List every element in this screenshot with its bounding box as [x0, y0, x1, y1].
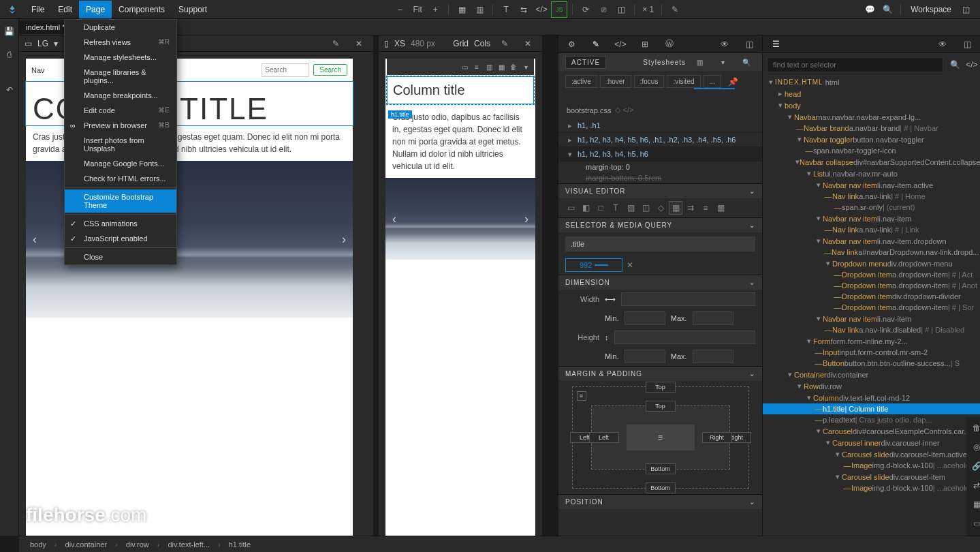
min-input[interactable]	[625, 311, 665, 325]
collapse-icon[interactable]: ⌄	[749, 187, 755, 195]
menu-item[interactable]: Customize Bootstrap Theme	[65, 189, 176, 213]
tree-row[interactable]: —Nav link a.nav-link | # | Home	[763, 191, 980, 202]
tree-row[interactable]: ▾Navbar toggler button.navbar-toggler	[763, 134, 980, 145]
close-icon[interactable]: ✕	[351, 35, 367, 52]
fill-icon[interactable]: ▨	[624, 201, 637, 215]
arrows-icon[interactable]: ⇄	[968, 477, 980, 493]
padding-left-input[interactable]	[589, 432, 619, 443]
padding-bottom-input[interactable]	[646, 463, 676, 474]
search-icon[interactable]: 🔍	[738, 54, 755, 70]
css-rule[interactable]: ▸h1, h2, h3, h4, h5, h6, .h1, .h2, .h3, …	[558, 133, 762, 147]
menu-item[interactable]: Manage Google Fonts...	[65, 156, 176, 171]
chat-icon[interactable]: 💬	[862, 1, 878, 18]
settings-icon[interactable]: ⚙	[563, 36, 580, 52]
menu-item[interactable]: CSS animations✓	[65, 216, 176, 231]
layout3-icon[interactable]: □	[594, 201, 607, 215]
layout2-icon[interactable]: ◧	[579, 201, 592, 215]
tree-row[interactable]: ▾Container div.container	[763, 369, 980, 380]
tree-row[interactable]: ▾Dropdown menu div.dropdown-menu	[763, 258, 980, 269]
collapse-icon[interactable]: ⌄	[749, 279, 755, 286]
tree-row[interactable]: ▾Navbar nav item li.nav-item.dropdown	[763, 235, 980, 247]
tree-row[interactable]: ▾List ul.navbar-nav.mr-auto	[763, 168, 980, 179]
tree-row[interactable]: —Dropdown item div.dropdown-divider	[763, 291, 980, 302]
css-rule[interactable]: ▸h1, .h1	[558, 119, 762, 133]
code-icon[interactable]: </>	[533, 1, 550, 18]
trash-icon[interactable]: 🗑	[508, 61, 519, 72]
menu-item[interactable]: Manage libraries & plugins...	[65, 65, 176, 88]
tree-row[interactable]: ▾Row div.row	[763, 380, 980, 392]
tree-row[interactable]: ▾Column div.text-left.col-md-12	[763, 392, 980, 403]
link-icon[interactable]: ≡	[577, 391, 586, 401]
tree-row[interactable]: —Input input.form-control.mr-sm-2	[763, 347, 980, 358]
chevron-down-icon[interactable]: ▾	[767, 78, 775, 87]
device-icon[interactable]: ⎚	[595, 1, 612, 18]
dimension-header[interactable]: DIMENSION	[565, 279, 610, 286]
carousel-prev-icon[interactable]: ‹	[33, 232, 37, 247]
menu-item[interactable]: JavaScript enabled✓	[65, 231, 176, 246]
menu-item[interactable]: Refresh views⌘R	[65, 35, 176, 50]
col-icon[interactable]: ▥	[484, 61, 494, 72]
pseudo-focus[interactable]: :focus	[634, 75, 665, 88]
panel-icon[interactable]: ◫	[959, 36, 975, 52]
tree-row[interactable]: ▾Navbar nav item li.nav-item.active	[763, 179, 980, 191]
tree-row[interactable]: ▾Carousel inner div.carousel-inner	[763, 437, 980, 448]
text-icon[interactable]: T	[609, 201, 622, 215]
eye-icon[interactable]: 👁	[716, 36, 733, 52]
selector-header[interactable]: SELECTOR & MEDIA QUERY	[565, 221, 672, 229]
pseudo-visited[interactable]: :visited	[667, 75, 700, 88]
padding-top-input[interactable]	[646, 401, 676, 412]
size-label[interactable]: XS	[394, 39, 405, 48]
size-label[interactable]: LG	[37, 39, 48, 48]
css-property[interactable]: margin-top: 0	[558, 162, 762, 172]
media-query[interactable]: 992	[565, 258, 622, 272]
tree-row[interactable]: ▸head	[763, 88, 980, 99]
chevron-down-icon[interactable]: ▾	[54, 39, 58, 48]
tree-row[interactable]: —Navbar brand a.navbar-brand | # | Navba…	[763, 123, 980, 134]
tree-row[interactable]: ▾Carousel slide div.carousel-item	[763, 471, 980, 482]
width-input[interactable]	[621, 292, 755, 306]
position-header[interactable]: POSITION	[565, 498, 603, 506]
css-property[interactable]: margin-bottom: 0.5rem	[558, 172, 762, 183]
align-icon[interactable]: ≡	[471, 61, 482, 72]
panel-icon[interactable]: ◫	[613, 1, 629, 18]
layout1-icon[interactable]: ▭	[564, 201, 578, 215]
margin-padding-header[interactable]: MARGIN & PADDING	[565, 370, 642, 378]
plus-icon[interactable]: ⊞	[637, 36, 653, 52]
clear-icon[interactable]: ✕	[627, 260, 633, 270]
zoom-fit[interactable]: Fit	[409, 1, 426, 18]
trash-icon[interactable]: 🗑	[968, 420, 980, 436]
pin-icon[interactable]: 📌	[728, 77, 738, 87]
link-icon[interactable]: 🔗	[968, 458, 980, 474]
tree-row[interactable]: ▾Form form.form-inline.my-2...	[763, 335, 980, 347]
workspace-icon[interactable]: ◫	[958, 1, 974, 18]
tree-row[interactable]: ▾Navbar nav.navbar.navbar-expand-lg...	[763, 111, 980, 123]
selector-input[interactable]	[565, 236, 755, 251]
move-icon[interactable]: ▭	[459, 61, 470, 72]
tree-row[interactable]: ▾Carousel slide div.carousel-item.active	[763, 448, 980, 460]
menu-item[interactable]: Manage stylesheets...	[65, 50, 176, 65]
max-input[interactable]	[693, 350, 733, 363]
zoom-in-icon[interactable]: +	[427, 1, 443, 18]
css-rule[interactable]: ▾h1, h2, h3, h4, h5, h6	[558, 147, 762, 162]
sheet-icon[interactable]: ▥	[692, 54, 708, 70]
crumb[interactable]: div.text-left...	[163, 539, 214, 550]
search-button[interactable]: Search	[313, 64, 347, 76]
cols-label[interactable]: Cols	[474, 39, 490, 48]
zoom-out-icon[interactable]: −	[392, 1, 408, 18]
chevron-down-icon[interactable]: ▾	[715, 54, 731, 70]
shape-icon[interactable]: ◇	[654, 201, 667, 215]
tree-row[interactable]: —Nav link a.nav-link.disabled | # | Disa…	[763, 324, 980, 335]
crumb[interactable]: h1.title	[225, 539, 255, 550]
tree-row[interactable]: —h1.title | Column title	[763, 403, 980, 414]
menu-item[interactable]: Insert photos from Unsplash	[65, 133, 176, 156]
close-icon[interactable]: ✕	[520, 35, 536, 52]
tree-row[interactable]: —Button button.btn.btn-outline-success..…	[763, 358, 980, 369]
brush-icon[interactable]: ✎	[588, 36, 604, 52]
tree-search-input[interactable]	[767, 57, 943, 72]
preview-xs[interactable]: ▭ ≡ ▥ ▦ 🗑 ▾ Column title h1.title Cras j…	[385, 59, 535, 536]
tree-icon[interactable]: ⇆	[516, 1, 532, 18]
css-file[interactable]: bootstrap.css◇ </>	[558, 102, 762, 119]
tree-row[interactable]: —span.sr-only | (current)	[763, 202, 980, 213]
js-icon[interactable]: JS	[551, 1, 567, 18]
panel-icon[interactable]: ◫	[741, 36, 757, 52]
